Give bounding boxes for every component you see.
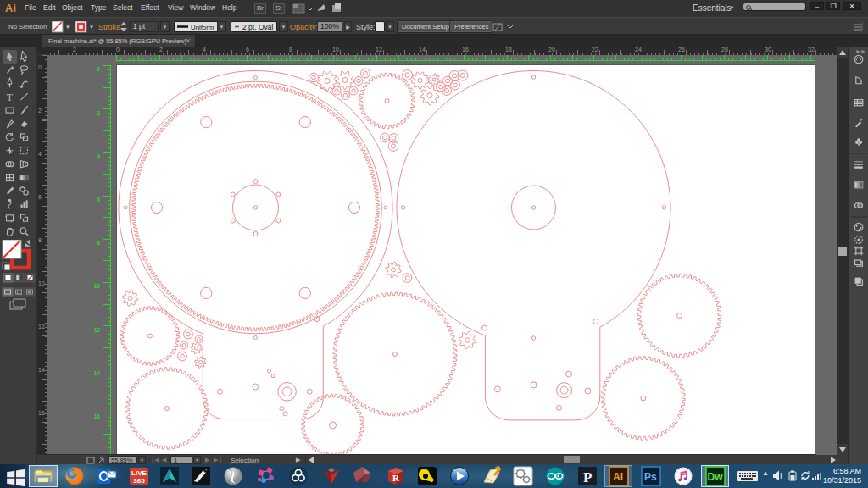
svg-text:Ps: Ps — [644, 471, 657, 483]
svg-text:Uniform: Uniform — [191, 24, 214, 31]
svg-text:LIVE: LIVE — [131, 469, 147, 477]
svg-text:Ai: Ai — [613, 471, 623, 483]
svg-text:T: T — [7, 92, 14, 103]
svg-text:P: P — [583, 469, 592, 485]
svg-text:Dw: Dw — [708, 471, 724, 483]
svg-text:2 pt. Oval: 2 pt. Oval — [242, 23, 273, 31]
svg-text:365: 365 — [133, 477, 145, 485]
svg-text:R: R — [392, 473, 400, 483]
